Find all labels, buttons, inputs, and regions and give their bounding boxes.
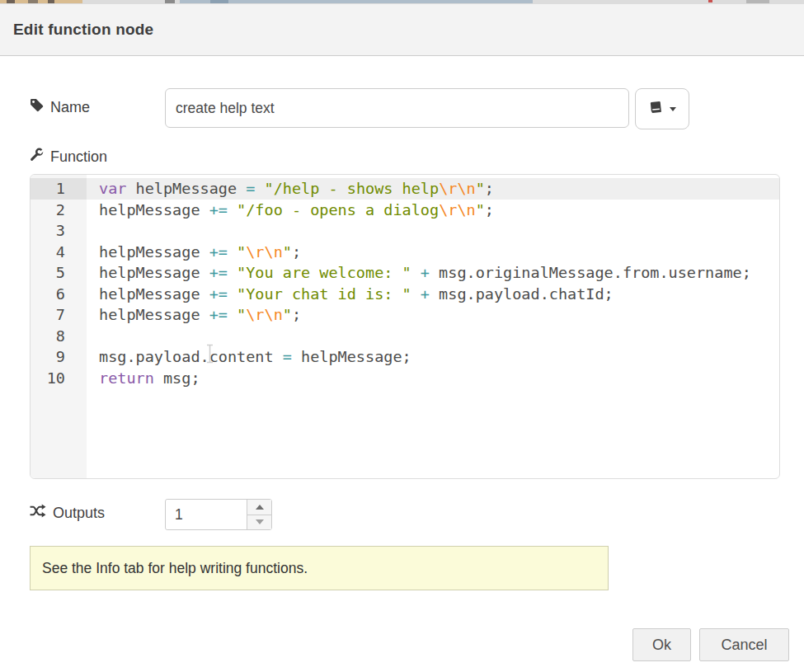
name-input[interactable] <box>165 88 629 128</box>
workspace-fragment <box>708 0 712 2</box>
line-number: 8 <box>31 326 87 347</box>
outputs-label: Outputs <box>30 504 105 522</box>
line-number: 7 <box>31 304 87 326</box>
code-text: helpMessage += "You are welcome: " + msg… <box>87 262 779 284</box>
workspace-fragment <box>180 0 533 3</box>
code-line[interactable]: 1var helpMessage = "/help - shows help\r… <box>31 178 779 200</box>
line-number: 1 <box>31 178 87 200</box>
cancel-button[interactable]: Cancel <box>699 628 789 661</box>
name-label: Name <box>30 98 90 116</box>
caret-down-icon <box>670 107 676 111</box>
dialog-title: Edit function node <box>13 21 153 39</box>
code-line[interactable]: 9msg.payload.content = helpMessage; <box>31 346 779 368</box>
code-text <box>87 326 779 347</box>
workspace-fragment <box>28 0 38 3</box>
line-number: 4 <box>31 242 87 263</box>
code-line[interactable]: 3 <box>31 220 779 242</box>
code-text: return msg; <box>87 368 779 389</box>
shuffle-icon <box>30 504 46 522</box>
outputs-label-text: Outputs <box>53 505 105 522</box>
library-button[interactable] <box>635 88 689 129</box>
tag-icon <box>30 98 44 116</box>
name-label-text: Name <box>50 99 90 116</box>
spinner-up-button[interactable] <box>247 500 271 515</box>
mouse-ibeam-cursor <box>205 344 214 367</box>
workspace-fragment <box>210 0 228 3</box>
code-text <box>87 220 779 242</box>
outputs-spinner <box>165 499 272 530</box>
line-number: 6 <box>31 284 87 305</box>
code-text: msg.payload.content = helpMessage; <box>87 346 779 368</box>
code-text: helpMessage += "/foo - opens a dialog\r\… <box>87 200 779 221</box>
code-text: var helpMessage = "/help - shows help\r\… <box>87 178 779 200</box>
edit-function-node-dialog: Edit function node Name <box>0 0 804 672</box>
spinner-down-button[interactable] <box>247 515 271 530</box>
line-number: 5 <box>31 262 87 284</box>
form-tip-text: See the Info tab for help writing functi… <box>42 560 308 577</box>
wrench-icon <box>30 148 44 166</box>
code-line[interactable]: 2helpMessage += "/foo - opens a dialog\r… <box>31 200 779 221</box>
code-line[interactable]: 6helpMessage += "Your chat id is: " + ms… <box>31 284 779 305</box>
code-line[interactable]: 5helpMessage += "You are welcome: " + ms… <box>31 262 779 284</box>
code-line[interactable]: 10return msg; <box>31 368 779 389</box>
function-code-editor[interactable]: 1var helpMessage = "/help - shows help\r… <box>30 174 780 479</box>
line-number: 2 <box>31 200 87 221</box>
line-number: 9 <box>31 346 87 368</box>
code-text: helpMessage += "Your chat id is: " + msg… <box>87 284 779 305</box>
spinner-buttons <box>247 500 271 529</box>
function-label-text: Function <box>50 148 107 166</box>
code-text: helpMessage += "\r\n"; <box>87 242 779 263</box>
workspace-fragment <box>48 0 54 3</box>
form-tip-box: See the Info tab for help writing functi… <box>30 546 609 590</box>
line-number: 3 <box>31 220 87 242</box>
line-number: 10 <box>31 368 87 389</box>
workspace-fragment <box>746 0 769 3</box>
outputs-input[interactable] <box>166 500 247 529</box>
code-lines: 1var helpMessage = "/help - shows help\r… <box>31 178 779 388</box>
workspace-fragment <box>165 0 175 3</box>
code-line[interactable]: 8 <box>31 326 779 347</box>
ok-button[interactable]: Ok <box>632 628 691 661</box>
code-text: helpMessage += "\r\n"; <box>87 304 779 326</box>
function-label: Function <box>30 148 107 166</box>
triangle-up-icon <box>256 505 264 510</box>
code-line[interactable]: 4helpMessage += "\r\n"; <box>31 242 779 263</box>
book-icon <box>648 100 664 119</box>
workspace-fragment <box>7 0 15 3</box>
code-line[interactable]: 7helpMessage += "\r\n"; <box>31 304 779 326</box>
triangle-down-icon <box>256 519 264 524</box>
dialog-header: Edit function node <box>0 4 804 56</box>
